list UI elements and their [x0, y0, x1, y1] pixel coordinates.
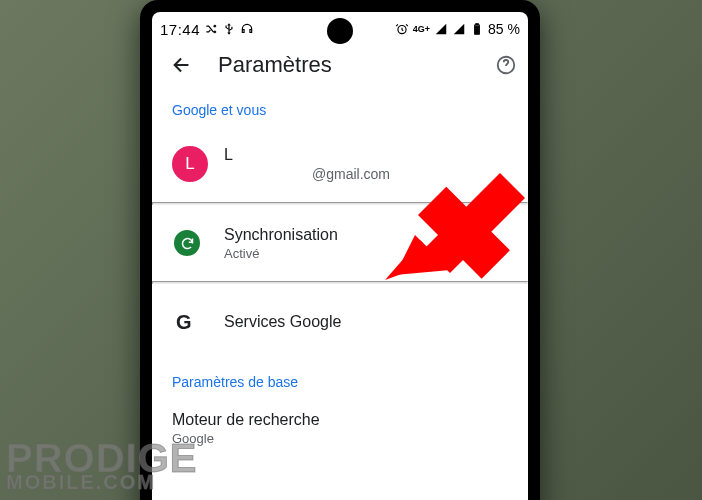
search-engine-row[interactable]: Moteur de recherche Google [152, 398, 528, 458]
account-email: @gmail.com [224, 166, 508, 182]
watermark: PRODIGE MOBILE.COM [6, 439, 197, 492]
screen: 17:44 4G+ [152, 12, 528, 500]
phone-frame: 17:44 4G+ [140, 0, 540, 500]
sync-icon [174, 230, 200, 256]
avatar: L [172, 146, 208, 182]
svg-rect-3 [475, 27, 479, 34]
signal-icon-2 [452, 22, 466, 36]
account-row[interactable]: L L @gmail.com [152, 126, 528, 202]
network-type: 4G+ [413, 25, 430, 34]
sync-label: Synchronisation [224, 226, 508, 244]
google-services-label: Services Google [224, 313, 508, 331]
svg-rect-2 [476, 24, 478, 25]
google-g-icon: G [176, 311, 192, 334]
page-title: Paramètres [218, 52, 494, 78]
battery-percentage: 85 % [488, 21, 520, 37]
section-google-label: Google et vous [152, 88, 528, 126]
camera-notch [327, 18, 353, 44]
section-base-label: Paramètres de base [152, 360, 528, 398]
clock: 17:44 [160, 21, 200, 38]
usb-icon [222, 22, 236, 36]
account-name: L [224, 146, 508, 164]
shuffle-icon [204, 22, 218, 36]
signal-icon-1 [434, 22, 448, 36]
app-header: Paramètres [152, 46, 528, 88]
headset-icon [240, 22, 254, 36]
sync-row[interactable]: Synchronisation Activé [152, 205, 528, 281]
battery-icon [470, 22, 484, 36]
help-button[interactable] [494, 53, 518, 77]
search-engine-label: Moteur de recherche [172, 411, 508, 429]
search-engine-value: Google [172, 431, 508, 446]
watermark-line-2: MOBILE.COM [6, 471, 156, 493]
google-services-row[interactable]: G Services Google [152, 284, 528, 360]
back-button[interactable] [170, 53, 194, 77]
sync-status: Activé [224, 246, 508, 261]
alarm-icon [395, 22, 409, 36]
